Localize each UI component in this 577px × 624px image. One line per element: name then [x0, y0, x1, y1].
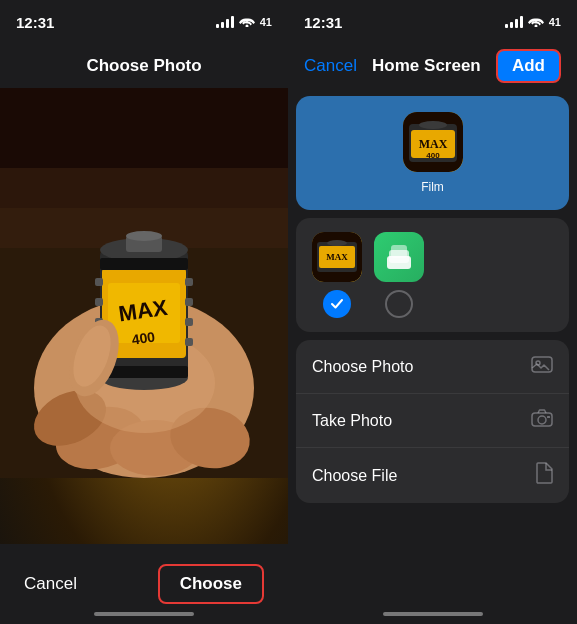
right-battery-icon: 41	[549, 16, 561, 28]
right-signal-icon	[505, 16, 523, 28]
right-wifi-icon	[528, 15, 544, 30]
svg-rect-25	[185, 298, 193, 306]
battery-icon: 41	[260, 16, 272, 28]
right-home-indicator	[383, 612, 483, 616]
right-panel-title: Home Screen	[372, 56, 481, 76]
choose-file-label: Choose File	[312, 467, 397, 485]
add-button[interactable]: Add	[496, 49, 561, 83]
svg-text:400: 400	[131, 328, 157, 347]
svg-point-40	[327, 240, 347, 246]
svg-point-35	[419, 121, 447, 129]
svg-rect-21	[95, 298, 103, 306]
photo-svg: MAX 400	[0, 88, 288, 478]
right-status-icons: 41	[505, 15, 561, 30]
svg-rect-24	[185, 278, 193, 286]
svg-rect-43	[391, 245, 407, 258]
photo-library-icon	[531, 354, 553, 379]
take-photo-option[interactable]: Take Photo	[296, 394, 569, 448]
options-section: Choose Photo Take Photo Cho	[296, 340, 569, 503]
left-status-time: 12:31	[16, 14, 54, 31]
left-panel: 12:31 41 Choose Photo	[0, 0, 288, 624]
signal-icon	[216, 16, 234, 28]
wifi-icon	[239, 15, 255, 30]
left-panel-title: Choose Photo	[86, 56, 201, 76]
choose-photo-label: Choose Photo	[312, 358, 413, 376]
svg-text:MAX: MAX	[326, 252, 348, 262]
svg-point-14	[126, 231, 162, 241]
left-cancel-button[interactable]: Cancel	[24, 574, 77, 594]
take-photo-label: Take Photo	[312, 412, 392, 430]
svg-rect-26	[185, 318, 193, 326]
svg-text:400: 400	[426, 151, 440, 160]
stack-option-radio[interactable]	[385, 290, 413, 318]
photo-content: MAX 400	[0, 88, 288, 544]
icon-selection-row: MAX	[296, 218, 569, 332]
right-panel: 12:31 41 Cancel Home Screen Add	[288, 0, 577, 624]
left-status-icons: 41	[216, 15, 272, 30]
film-icon-option[interactable]: MAX	[312, 232, 362, 282]
svg-point-47	[538, 416, 546, 424]
svg-rect-48	[547, 416, 550, 418]
film-option-radio-selected[interactable]	[323, 290, 351, 318]
photo-preview-area: MAX 400	[0, 88, 288, 544]
file-icon	[535, 462, 553, 489]
left-status-bar: 12:31 41	[0, 0, 288, 44]
svg-text:MAX: MAX	[418, 137, 447, 151]
choose-button[interactable]: Choose	[158, 564, 264, 604]
left-home-indicator	[94, 612, 194, 616]
choose-file-option[interactable]: Choose File	[296, 448, 569, 503]
right-status-time: 12:31	[304, 14, 342, 31]
svg-rect-27	[185, 338, 193, 346]
camera-icon	[531, 408, 553, 433]
right-header: Cancel Home Screen Add	[288, 44, 577, 88]
choose-photo-option[interactable]: Choose Photo	[296, 340, 569, 394]
right-cancel-button[interactable]: Cancel	[304, 56, 357, 76]
app-icon-large: MAX 400	[403, 112, 463, 172]
right-status-bar: 12:31 41	[288, 0, 577, 44]
svg-rect-20	[95, 278, 103, 286]
app-preview-section: MAX 400 Film	[296, 96, 569, 210]
left-header: Choose Photo	[0, 44, 288, 88]
app-icon-label: Film	[421, 180, 444, 194]
stack-icon-option[interactable]	[374, 232, 424, 282]
svg-rect-18	[100, 258, 188, 270]
